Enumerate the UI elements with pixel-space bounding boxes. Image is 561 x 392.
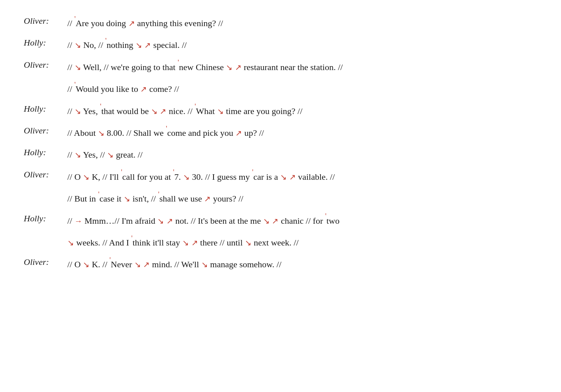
dialogue-line: Oliver: // O ↘ K. // 'Never ↘ ↗ mind. //… [24,257,537,272]
dialogue-text: // About ↘ 8.00. // Shall we 'come and p… [67,126,537,140]
dialogue-text: // 'Are you doing ↗ anything this evenin… [67,16,537,30]
dialogue-line: Oliver: // ↘ Well, // we're going to tha… [24,60,537,74]
speaker-label: Oliver: [24,16,67,26]
dialogue-text: // ↘ Yes, 'that would be ↘ ↗ nice. // 'W… [67,104,537,118]
dialogue-line: Oliver: // 'Are you doing ↗ anything thi… [24,16,537,30]
dialogue-line: Holly: // ↘ Yes, 'that would be ↘ ↗ nice… [24,104,537,118]
dialogue-text: // → Mmm…// I'm afraid ↘ ↗ not. // It's … [67,213,537,228]
speaker-label: Holly: [24,104,67,114]
speaker-label: Holly: [24,147,67,158]
dialogue-text: // O ↘ K, // I'll 'call for you at '7. ↘… [67,169,537,184]
dialogue-continuation: // But in 'case it ↘ isn't, // 'shall we… [67,191,537,206]
speaker-label: Holly: [24,38,67,48]
dialogue-continuation: ↘ weeks. // And I 'think it'll stay ↘ ↗ … [67,235,537,250]
dialogue-text: // O ↘ K. // 'Never ↘ ↗ mind. // We'll ↘… [67,257,537,272]
speaker-label: Oliver: [24,126,67,136]
dialogue-line: Holly: // ↘ No, // 'nothing ↘ ↗ special.… [24,38,537,52]
dialogue-line: Oliver: // About ↘ 8.00. // Shall we 'co… [24,126,537,140]
speaker-label: Oliver: [24,60,67,70]
speaker-label: Holly: [24,213,67,224]
dialogue-text: // ↘ Yes, // ↘ great. // [67,147,537,162]
dialogue-content: Oliver: // 'Are you doing ↗ anything thi… [24,16,537,279]
dialogue-line: Oliver: // O ↘ K, // I'll 'call for you … [24,169,537,184]
dialogue-continuation: // 'Would you like to ↗ come? // [67,82,537,96]
speaker-label: Oliver: [24,169,67,180]
dialogue-text: // ↘ Well, // we're going to that 'new C… [67,60,537,74]
dialogue-line: Holly: // → Mmm…// I'm afraid ↘ ↗ not. /… [24,213,537,228]
dialogue-text: // ↘ No, // 'nothing ↘ ↗ special. // [67,38,537,52]
speaker-label: Oliver: [24,257,67,267]
dialogue-line: Holly: // ↘ Yes, // ↘ great. // [24,147,537,162]
